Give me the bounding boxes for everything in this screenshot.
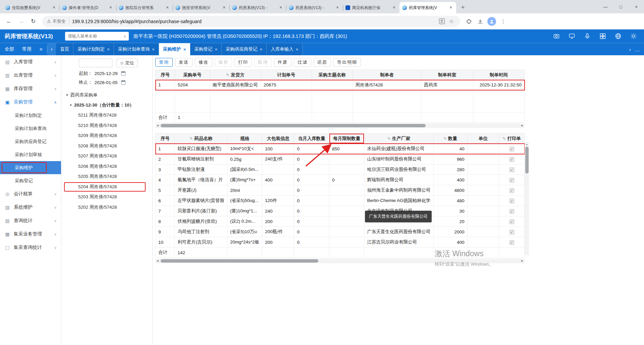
monitor-icon[interactable] (568, 32, 576, 40)
module-tab[interactable]: 采购供应商登记× (222, 43, 267, 55)
module-tab[interactable]: 采购计划制定× (73, 43, 114, 55)
sidebar-group[interactable]: ▧系统维护∨ (0, 201, 61, 214)
column-header[interactable]: 计划单号 (261, 70, 312, 80)
column-header[interactable]: 序号 (156, 134, 175, 144)
bookmark-star-icon[interactable]: ☆ (447, 18, 455, 24)
print-checkbox[interactable]: ✓ (509, 240, 514, 245)
toolbar-button[interactable]: 导出明细 (333, 58, 361, 67)
sidebar-group[interactable]: ◎会计核算∨ (0, 187, 61, 201)
back-icon[interactable]: ← (3, 16, 15, 27)
extensions-puzzle-icon[interactable] (464, 16, 474, 27)
profile-avatar[interactable] (486, 16, 497, 27)
module-tab[interactable]: 首页 (56, 43, 73, 55)
column-header[interactable]: ✎生产厂家 (364, 134, 433, 144)
tree-item[interactable]: 5206 周肖倩/57428 (64, 161, 150, 172)
table-row[interactable]: 4氨氯地平（络活喜）片(黄)5mg*7s+40000辉瑞制药有限公司400✓ (156, 175, 525, 185)
tab-close-icon[interactable]: × (335, 5, 340, 10)
table-row[interactable]: 10利可君片(吉贝尔)20mg*24s*2板2000江苏吉贝尔药业有限公司400… (156, 237, 525, 248)
sidebar-item[interactable]: 采购计划审核 (0, 148, 61, 161)
url-bar[interactable]: ⚠ 不安全 199.9.129.29:8000/his-yk/app/#/pur… (42, 16, 460, 27)
browser-tab[interactable]: 药房系统(V13) -× (286, 2, 343, 13)
tree-item[interactable]: 5205 周肖倩/57428 (64, 171, 150, 182)
refresh-icon[interactable]: ↻ (28, 16, 39, 27)
tab-close-icon[interactable]: × (108, 5, 113, 10)
print-checkbox[interactable]: ✓ (509, 167, 514, 172)
voice-icon[interactable] (584, 32, 591, 40)
toolbar-button[interactable]: 取消 (254, 58, 272, 67)
scroll-right-icon[interactable]: ▶ (520, 124, 525, 127)
new-tab-button[interactable]: + (458, 3, 468, 12)
table-row[interactable]: 7贝那普利片(洛汀新)(黄)10mg*1...2400北京诺华制药有限公司30✓ (156, 206, 525, 216)
column-header[interactable]: ✎打印单 (499, 134, 525, 144)
scrollbar-thumb[interactable] (161, 124, 426, 127)
tab-close-icon[interactable]: × (221, 5, 227, 10)
table-row[interactable]: 3甲钴胺注射液(国采8)0.5m...0哈尔滨三联药业股份有限公司280✓ (156, 164, 525, 175)
window-apps-icon[interactable] (599, 32, 606, 40)
tree-item[interactable]: 5208 周肖倩/57428 (64, 141, 150, 151)
minimize-icon[interactable]: — (598, 0, 613, 13)
column-header[interactable]: 采购主题名称 (312, 70, 353, 80)
print-checkbox[interactable]: ✓ (509, 199, 514, 203)
calendar-icon[interactable] (121, 71, 125, 76)
scroll-left-icon[interactable]: ◀ (155, 124, 160, 127)
column-header[interactable]: 制单时间 (473, 70, 524, 80)
tab-close-icon[interactable]: × (165, 5, 170, 10)
tree-item[interactable]: 5202 周肖倩/57428 (64, 202, 150, 213)
sidebar-group[interactable]: ▢集采查询统计∨ (0, 241, 61, 254)
tab-filter-common[interactable]: 常用 (22, 46, 32, 52)
close-window-icon[interactable]: × (629, 0, 644, 13)
toolbar-button[interactable]: 作废 (274, 58, 291, 67)
sidebar-item[interactable]: 采购计划单查询 (0, 122, 61, 135)
tab-close-icon[interactable]: × (296, 47, 299, 52)
sidebar-group[interactable]: ▩集采业务管理∨ (0, 227, 61, 241)
calendar-icon[interactable] (121, 80, 125, 85)
toolbar-button[interactable]: 还原 (314, 58, 331, 67)
print-checkbox[interactable]: ✓ (509, 188, 514, 193)
scroll-tabs-right-icon[interactable]: › (629, 47, 631, 52)
translate-icon[interactable]: 文 (439, 18, 445, 24)
print-checkbox[interactable]: ✓ (509, 178, 514, 183)
column-header[interactable]: 采购单号 (175, 70, 210, 80)
scrollbar-thumb[interactable] (525, 147, 529, 174)
toolbar-button[interactable]: 修改 (195, 58, 212, 67)
module-tab[interactable]: 采购维护× (159, 43, 191, 55)
tab-close-icon[interactable]: × (391, 5, 397, 10)
tab-close-icon[interactable]: × (51, 5, 57, 10)
tab-filter-all[interactable]: 全部 (5, 46, 14, 52)
column-header[interactable]: 当月入库数量 (294, 134, 329, 144)
tree-item[interactable]: 5210 周肖倩/57428 (64, 121, 150, 131)
items-vscrollbar[interactable]: ▲ (525, 142, 529, 255)
tree-search-input[interactable] (79, 59, 112, 67)
print-checkbox[interactable]: ✓ (509, 157, 514, 162)
browser-tab[interactable]: 两定机构医疗保× (343, 2, 399, 13)
toolbar-button[interactable]: 过滤 (294, 58, 311, 67)
sidebar-group[interactable]: ▦库存管理∨ (0, 82, 61, 95)
module-tab[interactable]: 采购计划单查询× (114, 43, 159, 55)
column-header[interactable]: ✎药品名称 (175, 134, 227, 144)
sidebar-item[interactable]: 采购维护 (0, 161, 61, 174)
column-header[interactable]: 制单者 (353, 70, 421, 80)
menu-list-icon[interactable]: ≡ (40, 47, 42, 52)
browser-tab[interactable]: 医技管理系统(V× (173, 2, 229, 13)
sidebar-item[interactable]: 采购登记 (0, 174, 61, 187)
sidebar-item[interactable]: 采购计划制定 (0, 109, 61, 122)
tab-close-icon[interactable]: × (152, 47, 155, 52)
download-icon[interactable] (475, 16, 486, 27)
column-header[interactable]: 制单科室 (421, 70, 473, 80)
maximize-icon[interactable]: □ (613, 0, 629, 13)
tree-item[interactable]: 5203 周肖倩/57428 (64, 192, 150, 202)
print-checkbox[interactable]: ✓ (509, 230, 514, 234)
sidebar-item[interactable]: 采购供应商登记 (0, 135, 61, 148)
column-header[interactable]: 序号 (156, 70, 175, 80)
column-header[interactable]: 大包装信息 (262, 134, 294, 144)
print-checkbox[interactable]: ✓ (509, 219, 514, 224)
browser-tab[interactable]: 药库管理系统(V× (399, 2, 456, 13)
globe-icon[interactable] (614, 32, 622, 40)
scroll-up-icon[interactable]: ▲ (525, 142, 529, 146)
caret-down-icon[interactable]: ▼ (65, 93, 69, 97)
module-tab[interactable]: 入库单输入× (267, 43, 303, 55)
table-row[interactable]: 1软脉灵口服液(无糖型)10ml*10支<1000850水仙药业(建瓯)股份有限… (156, 144, 525, 154)
more-tabs-icon[interactable]: … (635, 47, 640, 52)
sidebar-group[interactable]: ▥出库管理∨ (0, 69, 61, 82)
not-secure-chip[interactable]: ⚠ 不安全 (47, 18, 69, 24)
